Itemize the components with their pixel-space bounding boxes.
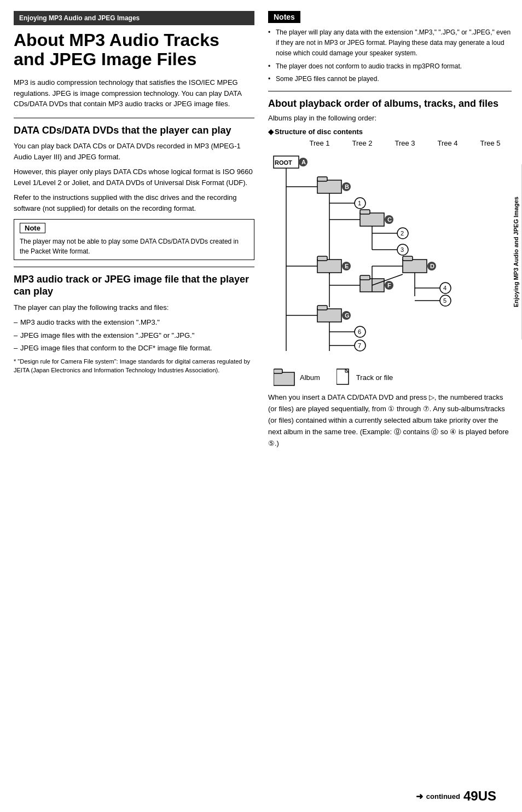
structure-label: Structure of disc contents	[268, 128, 512, 136]
legend-file: Track or file	[337, 368, 393, 387]
svg-rect-52	[317, 306, 327, 310]
note-item: The player will play any data with the e…	[268, 27, 512, 59]
divider1	[14, 118, 254, 118]
svg-text:6: 6	[358, 329, 361, 335]
section2-list: MP3 audio tracks with the extension ".MP…	[14, 317, 254, 354]
list-item: MP3 audio tracks with the extension ".MP…	[14, 317, 254, 328]
breadcrumb: Enjoying MP3 Audio and JPEG Images	[14, 11, 254, 25]
svg-text:A: A	[301, 159, 306, 165]
note-item: The player does not conform to audio tra…	[268, 61, 512, 72]
tree-diagram: .album-rect { fill: #ccc; stroke: #000; …	[268, 148, 512, 364]
divider3	[268, 91, 512, 91]
note-item: Some JPEG files cannot be played.	[268, 74, 512, 84]
intro-paragraph: MP3 is audio compression technology that…	[14, 77, 254, 110]
album-icon	[274, 368, 295, 387]
svg-rect-33	[360, 275, 370, 280]
album-label: Album	[300, 373, 320, 382]
tree-header-5: Tree 5	[469, 139, 512, 147]
svg-rect-51	[317, 309, 341, 322]
svg-rect-27	[317, 256, 327, 261]
tree-header-3: Tree 3	[384, 139, 426, 147]
tree-svg: .album-rect { fill: #ccc; stroke: #000; …	[268, 148, 482, 362]
file-icon	[337, 368, 352, 387]
file-label: Track or file	[356, 373, 393, 382]
svg-rect-15	[360, 210, 370, 214]
notes-title: Notes	[268, 11, 300, 23]
section1-body2: However, this player only plays DATA CDs…	[14, 166, 254, 188]
svg-text:B: B	[345, 183, 349, 190]
tree-legend: Album Track or file	[268, 368, 512, 387]
section1-body1: You can play back DATA CDs or DATA DVDs …	[14, 141, 254, 162]
svg-rect-14	[360, 213, 384, 226]
section3-title: About playback order of albums, tracks, …	[268, 98, 512, 110]
notes-list: The player will play any data with the e…	[268, 27, 512, 84]
continued-arrow: ➜	[416, 791, 423, 802]
svg-text:D: D	[430, 263, 434, 269]
page-title: About MP3 Audio Tracks and JPEG Image Fi…	[14, 31, 254, 69]
svg-rect-26	[317, 260, 341, 273]
section2-intro: The player can play the following tracks…	[14, 302, 254, 313]
svg-rect-37	[403, 260, 427, 273]
continued-label: continued	[426, 792, 460, 801]
svg-rect-63	[274, 369, 282, 373]
svg-rect-5	[317, 180, 341, 193]
svg-text:4: 4	[443, 285, 446, 291]
svg-text:1: 1	[358, 200, 361, 206]
svg-rect-38	[403, 256, 413, 261]
playback-text: When you insert a DATA CD/DATA DVD and p…	[268, 392, 512, 449]
svg-rect-62	[274, 372, 294, 385]
svg-text:C: C	[387, 216, 392, 223]
section3-intro: Albums play in the following order:	[268, 113, 512, 124]
page-number: 49US	[463, 788, 496, 804]
notes-section: Notes The player will play any data with…	[268, 11, 512, 84]
svg-text:3: 3	[401, 246, 404, 253]
section1-title: DATA CDs/DATA DVDs that the player can p…	[14, 125, 254, 137]
tree-header-4: Tree 4	[426, 139, 469, 147]
bottom-bar: ➜ continued 49US	[416, 788, 496, 804]
tree-header-1: Tree 1	[298, 139, 341, 147]
svg-text:F: F	[387, 282, 391, 289]
legend-album: Album	[274, 368, 320, 387]
svg-text:E: E	[345, 263, 349, 269]
svg-text:G: G	[345, 312, 350, 319]
tree-header-2: Tree 2	[341, 139, 384, 147]
note-title-1: Note	[20, 223, 45, 233]
svg-rect-6	[317, 177, 327, 181]
divider2	[14, 267, 254, 267]
list-item: JPEG image files with the extension ".JP…	[14, 330, 254, 341]
svg-text:2: 2	[401, 230, 404, 237]
footnote: * "Design rule for Camera File system": …	[14, 357, 254, 375]
svg-text:ROOT: ROOT	[275, 159, 292, 166]
note-box-1: Note The player may not be able to play …	[14, 219, 254, 260]
sidebar-tab: Enjoying MP3 Audio and JPEG Images	[510, 164, 522, 339]
section1-body3: Refer to the instructions supplied with …	[14, 192, 254, 214]
svg-text:7: 7	[358, 342, 361, 349]
svg-text:5: 5	[443, 297, 446, 304]
list-item: JPEG image files that conform to the DCF…	[14, 343, 254, 354]
tree-headers: Tree 1 Tree 2 Tree 3 Tree 4 Tree 5	[268, 139, 512, 147]
note-text-1: The player may not be able to play some …	[20, 237, 248, 256]
section2-title: MP3 audio track or JPEG image file that …	[14, 274, 254, 297]
